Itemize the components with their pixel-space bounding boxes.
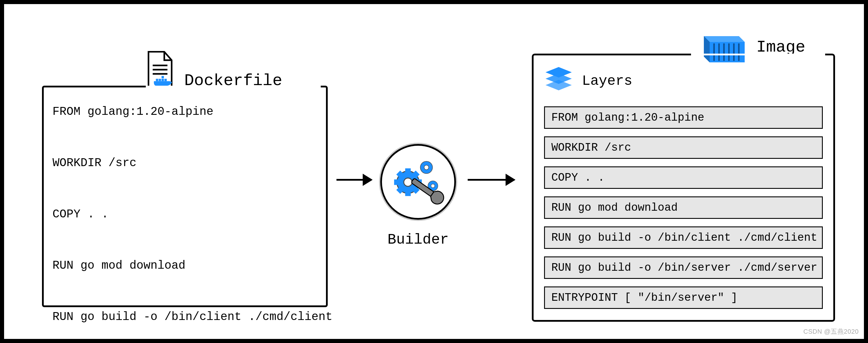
svg-rect-7 — [161, 76, 164, 79]
svg-point-8 — [397, 171, 419, 193]
image-panel: Layers FROM golang:1.20-alpineWORKDIR /s… — [532, 54, 835, 322]
layers-stack-icon — [544, 67, 573, 95]
svg-rect-6 — [164, 79, 167, 81]
dockerfile-heading: Dockerfile — [144, 51, 288, 90]
svg-line-17 — [414, 172, 417, 176]
svg-line-15 — [414, 189, 417, 192]
diagram-canvas: Dockerfile FROM golang:1.20-alpine WORKD… — [0, 0, 868, 343]
gears-icon — [391, 154, 446, 210]
builder-label: Builder — [380, 231, 456, 248]
svg-point-19 — [424, 165, 429, 169]
watermark-text: CSDN @五燕2020 — [803, 327, 859, 336]
svg-point-21 — [431, 184, 435, 188]
svg-point-20 — [428, 181, 438, 191]
svg-rect-3 — [156, 79, 158, 81]
arrow-to-image-icon — [468, 179, 514, 181]
arrow-to-builder-icon — [337, 179, 371, 181]
svg-rect-5 — [161, 79, 164, 81]
layer-row: WORKDIR /src — [544, 136, 823, 159]
layer-row: COPY . . — [544, 166, 823, 189]
builder-node — [380, 144, 456, 220]
layers-heading: Layers — [544, 67, 823, 95]
svg-rect-22 — [411, 178, 438, 199]
layers-title: Layers — [582, 73, 632, 89]
svg-marker-34 — [546, 80, 572, 90]
layer-row: RUN go build -o /bin/client ./cmd/client — [544, 226, 823, 249]
file-icon — [144, 51, 176, 90]
svg-line-14 — [398, 172, 402, 176]
svg-point-9 — [404, 178, 412, 186]
svg-marker-24 — [704, 36, 745, 42]
layer-row: RUN go build -o /bin/server ./cmd/server — [544, 256, 823, 279]
dockerfile-panel: FROM golang:1.20-alpine WORKDIR /src COP… — [42, 86, 328, 307]
dockerfile-code: FROM golang:1.20-alpine WORKDIR /src COP… — [53, 99, 317, 343]
svg-line-16 — [398, 189, 402, 192]
svg-rect-4 — [159, 79, 161, 81]
svg-point-18 — [421, 161, 433, 174]
layer-row: ENTRYPOINT [ "/bin/server" ] — [544, 286, 823, 309]
layers-list: FROM golang:1.20-alpineWORKDIR /srcCOPY … — [544, 106, 823, 309]
layer-row: RUN go mod download — [544, 196, 823, 219]
layer-row: FROM golang:1.20-alpine — [544, 106, 823, 129]
